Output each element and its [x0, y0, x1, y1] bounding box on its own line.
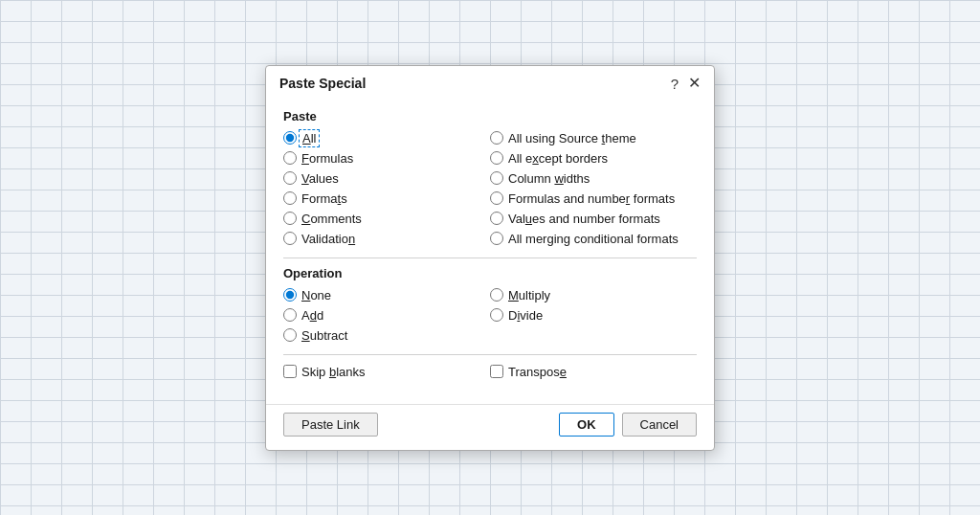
- paste-comments-label[interactable]: Comments: [301, 212, 362, 226]
- op-none-label[interactable]: None: [301, 288, 331, 302]
- skip-blanks-option[interactable]: Skip blanks: [283, 363, 490, 381]
- paste-values-option[interactable]: Values: [283, 169, 490, 188]
- paste-all-option[interactable]: All: [283, 129, 490, 147]
- dialog-footer: Paste Link OK Cancel: [266, 404, 714, 450]
- paste-formulas-option[interactable]: Formulas: [283, 149, 490, 168]
- paste-formulas-number-option[interactable]: Formulas and number formats: [490, 190, 697, 208]
- op-divide-option[interactable]: Divide: [490, 306, 697, 325]
- paste-all-merging-option[interactable]: All merging conditional formats: [490, 230, 697, 248]
- paste-special-dialog: Paste Special ? ✕ Paste All All using So…: [265, 65, 715, 451]
- op-multiply-option[interactable]: Multiply: [490, 286, 697, 304]
- dialog-title-controls: ? ✕: [671, 76, 701, 92]
- paste-values-number-option[interactable]: Values and number formats: [490, 210, 697, 228]
- cancel-button[interactable]: Cancel: [622, 413, 697, 437]
- paste-except-borders-label[interactable]: All except borders: [508, 151, 608, 166]
- paste-values-label[interactable]: Values: [301, 171, 339, 186]
- op-subtract-option[interactable]: Subtract: [283, 326, 490, 345]
- paste-formats-option[interactable]: Formats: [283, 190, 490, 208]
- paste-except-borders-option[interactable]: All except borders: [490, 149, 697, 168]
- paste-column-widths-label[interactable]: Column widths: [508, 171, 590, 186]
- dialog-title: Paste Special: [279, 76, 366, 91]
- separator-1: [283, 258, 697, 258]
- paste-all-merging-label[interactable]: All merging conditional formats: [508, 232, 679, 246]
- transpose-label[interactable]: Transpose: [508, 365, 567, 379]
- paste-formats-label[interactable]: Formats: [301, 191, 347, 206]
- paste-link-button[interactable]: Paste Link: [283, 413, 378, 437]
- operation-section-label: Operation: [283, 266, 697, 280]
- help-icon[interactable]: ?: [671, 76, 679, 92]
- op-none-option[interactable]: None: [283, 286, 490, 304]
- op-multiply-label[interactable]: Multiply: [508, 288, 550, 302]
- paste-column-widths-option[interactable]: Column widths: [490, 169, 697, 188]
- paste-comments-option[interactable]: Comments: [283, 210, 490, 228]
- dialog-body: Paste All All using Source theme Formula…: [266, 100, 714, 402]
- operation-options-grid: None Multiply Add Divide Subtract: [283, 286, 697, 345]
- paste-validation-label[interactable]: Validation: [301, 232, 355, 246]
- dialog-titlebar: Paste Special ? ✕: [266, 66, 714, 100]
- checkboxes-row: Skip blanks Transpose: [283, 363, 697, 381]
- op-add-label[interactable]: Add: [301, 308, 323, 323]
- paste-formulas-label[interactable]: Formulas: [301, 151, 353, 166]
- op-add-option[interactable]: Add: [283, 306, 490, 325]
- paste-values-number-label[interactable]: Values and number formats: [508, 212, 660, 226]
- paste-options-grid: All All using Source theme Formulas All …: [283, 129, 697, 248]
- ok-button[interactable]: OK: [559, 413, 614, 437]
- paste-validation-option[interactable]: Validation: [283, 230, 490, 248]
- paste-formulas-number-label[interactable]: Formulas and number formats: [508, 191, 675, 206]
- paste-all-source-label[interactable]: All using Source theme: [508, 131, 636, 146]
- separator-2: [283, 354, 697, 355]
- close-icon[interactable]: ✕: [688, 76, 701, 91]
- op-subtract-label[interactable]: Subtract: [301, 328, 347, 343]
- paste-all-source-option[interactable]: All using Source theme: [490, 129, 697, 147]
- paste-section-label: Paste: [283, 109, 697, 123]
- skip-blanks-label[interactable]: Skip blanks: [301, 365, 366, 379]
- ok-cancel-group: OK Cancel: [559, 413, 697, 437]
- paste-all-label[interactable]: All: [301, 131, 320, 146]
- transpose-option[interactable]: Transpose: [490, 363, 697, 381]
- op-divide-label[interactable]: Divide: [508, 308, 543, 323]
